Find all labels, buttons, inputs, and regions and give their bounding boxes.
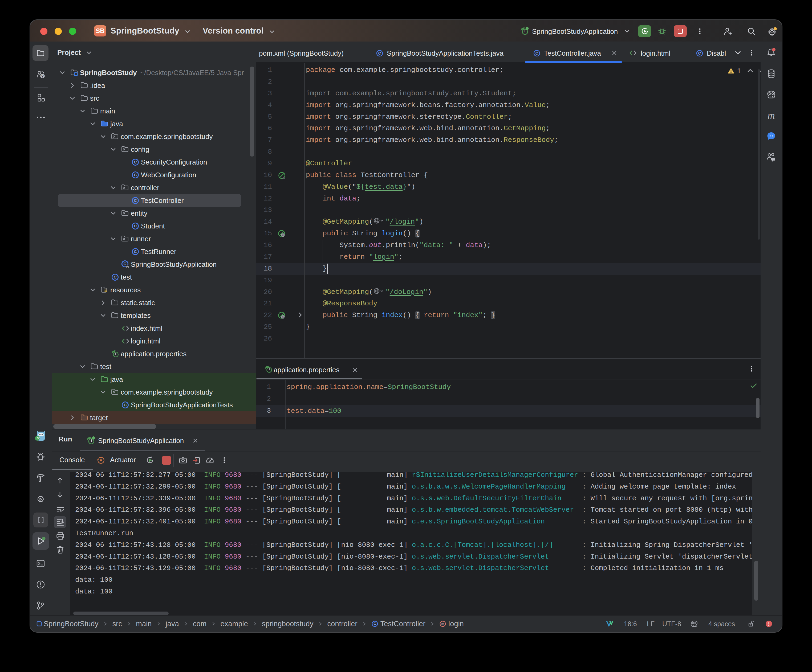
svg-text:C: C	[134, 172, 136, 177]
svg-text:C: C	[378, 51, 381, 55]
svg-text:C: C	[114, 275, 116, 279]
svg-text:C: C	[134, 160, 136, 164]
svg-text:?: ?	[41, 74, 44, 78]
svg-text:C: C	[134, 198, 136, 202]
svg-text:C: C	[134, 249, 136, 254]
svg-text:C: C	[536, 51, 538, 55]
svg-text:m: m	[442, 622, 444, 626]
svg-text:C: C	[124, 262, 126, 266]
svg-text:C: C	[124, 403, 126, 407]
svg-text:C: C	[374, 622, 376, 626]
svg-text:C: C	[134, 224, 136, 228]
svg-text:C: C	[698, 51, 701, 55]
